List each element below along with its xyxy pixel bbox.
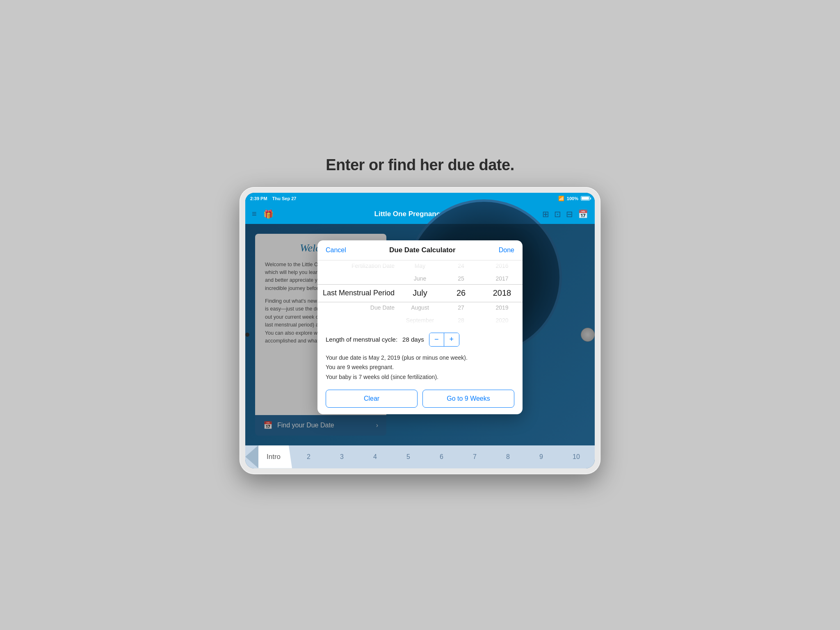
picker-year-column[interactable]: 2016 2017 2018 2019 2020: [482, 260, 523, 326]
tab-3[interactable]: 3: [335, 450, 349, 464]
due-date-calculator-modal: Cancel Due Date Calculator Done Fertiliz…: [317, 240, 523, 414]
modal-header: Cancel Due Date Calculator Done: [317, 240, 523, 260]
picker-label-due: Due Date: [317, 302, 399, 313]
app-navbar: ≡ 🎁 Little One Pregnancy Guide ⊞ ⊡ ⊟ 📅: [245, 204, 595, 224]
calendar-icon[interactable]: 📅: [578, 209, 588, 219]
main-content: Welcome! Welcome to the Little One™ Preg…: [245, 224, 595, 445]
status-time-date: 2:39 PM Thu Sep 27: [250, 196, 297, 201]
picker-year-2020: 2020: [482, 315, 523, 326]
picker-month-august: August: [399, 302, 441, 313]
picker-month-september: September: [399, 315, 441, 326]
page-headline: Enter or find her due date.: [326, 156, 514, 174]
cycle-length-label: Length of menstrual cycle:: [326, 336, 397, 343]
picker-label-blank2: [317, 315, 399, 326]
picker-label-fertilization: Fertilization Date: [317, 260, 399, 272]
modal-footer: Clear Go to 9 Weeks: [326, 390, 514, 408]
clear-button[interactable]: Clear: [326, 390, 418, 408]
picker-year-2018: 2018: [482, 285, 523, 301]
hamburger-icon[interactable]: ≡: [252, 209, 257, 219]
status-right: 📶 100%: [558, 196, 590, 201]
picker-day-28: 28: [441, 315, 482, 326]
stepper-plus[interactable]: +: [444, 333, 459, 346]
wifi-icon: 📶: [558, 196, 564, 201]
tab-2[interactable]: 2: [302, 450, 315, 464]
battery-icon: [581, 196, 590, 201]
ipad-screen: 2:39 PM Thu Sep 27 📶 100% ≡ 🎁 Little One…: [245, 193, 595, 468]
cycle-days-value: 28 days: [402, 336, 424, 343]
grid-icon[interactable]: ⊡: [554, 209, 561, 219]
modal-overlay: Cancel Due Date Calculator Done Fertiliz…: [245, 224, 595, 445]
status-time: 2:39 PM: [250, 196, 267, 201]
tab-5[interactable]: 5: [402, 450, 415, 464]
cancel-button[interactable]: Cancel: [326, 247, 346, 254]
date-picker[interactable]: Fertilization Date Last Menstrual Period…: [317, 260, 523, 326]
result-line1: Your due date is May 2, 2019 (plus or mi…: [326, 353, 514, 363]
picker-day-column[interactable]: 24 25 26 27 28: [441, 260, 482, 326]
tab-intro[interactable]: Intro: [258, 445, 292, 468]
goto-weeks-button[interactable]: Go to 9 Weeks: [422, 390, 514, 408]
stepper-minus[interactable]: −: [429, 333, 444, 346]
picker-month-may: May: [399, 260, 441, 272]
tab-4[interactable]: 4: [368, 450, 382, 464]
picker-columns: Fertilization Date Last Menstrual Period…: [317, 260, 523, 326]
cycle-stepper[interactable]: − +: [429, 333, 459, 347]
picker-day-24: 24: [441, 260, 482, 272]
ipad-frame: 2:39 PM Thu Sep 27 📶 100% ≡ 🎁 Little One…: [240, 187, 600, 474]
status-date: Thu Sep 27: [272, 196, 297, 201]
done-button[interactable]: Done: [499, 247, 514, 254]
picker-day-27: 27: [441, 302, 482, 313]
battery-fill: [582, 197, 589, 200]
tabs-numbered: 2 3 4 5 6 7 8 9 10: [292, 450, 595, 464]
picker-year-2017: 2017: [482, 273, 523, 284]
tab-10[interactable]: 10: [568, 450, 585, 464]
modal-body: Length of menstrual cycle: 28 days − + Y…: [317, 326, 523, 414]
modal-title: Due Date Calculator: [389, 246, 456, 254]
bottom-tabs: Intro 2 3 4 5 6 7 8 9 10: [245, 445, 595, 468]
picker-year-2019: 2019: [482, 302, 523, 313]
battery-pct: 100%: [567, 196, 578, 201]
picker-month-column[interactable]: May June July August September: [399, 260, 441, 326]
filmstrip-icon[interactable]: ⊞: [542, 209, 549, 219]
square-icon[interactable]: ⊟: [566, 209, 573, 219]
navbar-left: ≡ 🎁: [252, 209, 274, 219]
gift-icon[interactable]: 🎁: [263, 209, 274, 219]
picker-day-25: 25: [441, 273, 482, 284]
picker-day-26: 26: [441, 285, 482, 301]
tab-8[interactable]: 8: [501, 450, 515, 464]
tab-6[interactable]: 6: [435, 450, 448, 464]
result-line3: Your baby is 7 weeks old (since fertiliz…: [326, 372, 514, 382]
tab-back-arrow[interactable]: [245, 445, 258, 468]
tab-7[interactable]: 7: [468, 450, 482, 464]
picker-month-july: July: [399, 285, 441, 301]
picker-label-blank: [317, 273, 399, 284]
picker-label-lmp: Last Menstrual Period: [317, 285, 399, 301]
result-line2: You are 9 weeks pregnant.: [326, 363, 514, 372]
picker-month-june: June: [399, 273, 441, 284]
picker-row-labels: Fertilization Date Last Menstrual Period…: [317, 260, 399, 326]
picker-year-2016: 2016: [482, 260, 523, 272]
result-text: Your due date is May 2, 2019 (plus or mi…: [326, 353, 514, 382]
tab-9[interactable]: 9: [534, 450, 548, 464]
status-bar: 2:39 PM Thu Sep 27 📶 100%: [245, 193, 595, 204]
cycle-length-row: Length of menstrual cycle: 28 days − +: [326, 333, 514, 347]
navbar-icons: ⊞ ⊡ ⊟ 📅: [542, 209, 588, 219]
